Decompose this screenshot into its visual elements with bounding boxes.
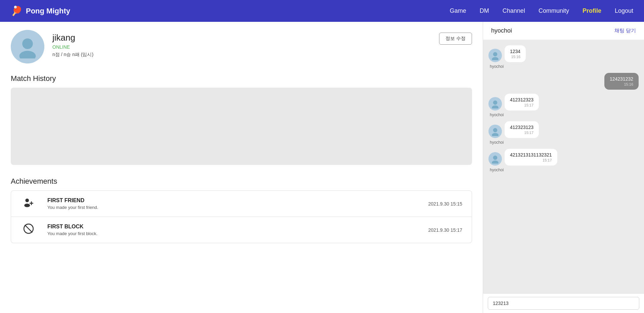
message-sender-1: hyochoi [488, 64, 504, 69]
edit-profile-button[interactable]: 정보 수정 [439, 33, 472, 45]
logo-icon: 🏓 [11, 5, 23, 16]
message-bubble-wrap-1: 1234 15:16 [505, 45, 526, 62]
nav-logout[interactable]: Logout [615, 7, 633, 14]
svg-point-15 [492, 161, 499, 164]
navbar: 🏓 Pong Mighty Game DM Channel Community … [0, 0, 644, 22]
message-group-2: 124231232 15:16 [488, 73, 639, 90]
message-sender-3: hyochoi [488, 113, 504, 117]
svg-line-7 [25, 225, 32, 232]
message-group-3: 412312323 15:17 hyochoi [488, 94, 639, 117]
message-text-1: 1234 [510, 49, 520, 54]
message-text-4: 412323123 [510, 125, 533, 130]
nav-links: Game DM Channel Community Profile Logout [450, 7, 633, 14]
message-avatar-5 [488, 152, 502, 166]
achievements-title: Achievements [11, 177, 472, 186]
achievement-info-block: FIRST BLOCK You made your first block. [47, 224, 418, 236]
achievement-icon-friend [20, 197, 37, 211]
svg-point-12 [493, 128, 498, 132]
message-text-2: 124231232 [610, 76, 633, 82]
svg-point-8 [493, 52, 498, 56]
message-avatar-4 [488, 125, 502, 138]
message-time-4: 15:17 [524, 131, 534, 135]
message-row-3: 412312323 15:17 [488, 94, 539, 110]
logo-text: Pong Mighty [26, 7, 70, 15]
message-bubble-wrap-5: 4213213131132321 15:17 [505, 149, 557, 166]
achievement-date-block: 2021.9.30 15:17 [428, 227, 462, 233]
left-panel: jikang ONLINE n점 / n승 n패 (임시) 정보 수정 Matc… [0, 22, 483, 313]
message-avatar-1 [488, 49, 502, 62]
message-bubble-wrap-2: 124231232 15:16 [604, 73, 639, 90]
svg-point-10 [493, 100, 498, 105]
svg-point-3 [24, 204, 30, 207]
nav-dm[interactable]: DM [480, 7, 489, 14]
svg-point-11 [492, 105, 499, 108]
message-time-3: 15:17 [524, 103, 534, 107]
achievements-section: Achievements FIRST FRIEND You m [11, 177, 472, 243]
message-sender-5: hyochoi [488, 168, 504, 172]
message-group-4: 412323123 15:17 hyochoi [488, 121, 639, 145]
app-logo: 🏓 Pong Mighty [11, 5, 70, 16]
profile-info: jikang ONLINE n점 / n승 n패 (임시) [52, 30, 431, 58]
achievement-name-block: FIRST BLOCK [47, 224, 418, 230]
profile-score: n점 / n승 n패 (임시) [52, 52, 431, 58]
achievement-desc-friend: You made your first friend. [47, 205, 418, 210]
nav-community[interactable]: Community [539, 7, 569, 14]
svg-point-2 [25, 198, 29, 202]
message-bubble-5: 4213213131132321 15:17 [505, 149, 557, 166]
message-time-5: 15:17 [543, 158, 552, 162]
achievement-info-friend: FIRST FRIEND You made your first friend. [47, 197, 418, 210]
chat-input-area [483, 293, 644, 313]
message-bubble-wrap-3: 412312323 15:17 [505, 94, 539, 110]
chat-messages: 1234 15:16 hyochoi 124231232 15:16 [483, 40, 644, 293]
message-bubble-1: 1234 15:16 [505, 45, 526, 62]
achievements-list: FIRST FRIEND You made your first friend.… [11, 190, 472, 243]
message-time-1: 15:16 [511, 55, 521, 59]
chat-panel: hyochoi 채팅 닫기 1234 15:16 [483, 22, 644, 313]
message-bubble-3: 412312323 15:17 [505, 94, 539, 110]
message-bubble-4: 412323123 15:17 [505, 121, 539, 138]
profile-status: ONLINE [52, 44, 431, 50]
chat-header: hyochoi 채팅 닫기 [483, 22, 644, 40]
message-row-2: 124231232 15:16 [604, 73, 639, 90]
message-bubble-2: 124231232 15:16 [604, 73, 639, 90]
achievement-icon-block [20, 223, 37, 237]
svg-point-0 [22, 39, 33, 49]
avatar [11, 30, 44, 63]
message-text-5: 4213213131132321 [510, 152, 552, 158]
svg-point-13 [492, 133, 499, 136]
svg-point-14 [493, 155, 498, 160]
message-bubble-wrap-4: 412323123 15:17 [505, 121, 539, 138]
profile-username: jikang [52, 33, 431, 43]
message-row-1: 1234 15:16 [488, 45, 526, 62]
nav-game[interactable]: Game [450, 7, 466, 14]
chat-input[interactable] [488, 297, 639, 310]
message-row-4: 412323123 15:17 [488, 121, 539, 138]
message-time-2: 15:16 [624, 82, 633, 86]
svg-point-1 [19, 51, 36, 58]
message-text-3: 412312323 [510, 97, 533, 102]
svg-point-9 [492, 57, 499, 60]
match-history-section: Match History [11, 74, 472, 165]
message-group-5: 4213213131132321 15:17 hyochoi [488, 149, 639, 172]
match-history-title: Match History [11, 74, 472, 83]
nav-profile[interactable]: Profile [583, 7, 601, 14]
achievement-card: FIRST FRIEND You made your first friend.… [11, 190, 472, 217]
message-sender-4: hyochoi [488, 140, 504, 145]
page-content: jikang ONLINE n점 / n승 n패 (임시) 정보 수정 Matc… [0, 22, 644, 313]
achievement-name-friend: FIRST FRIEND [47, 197, 418, 204]
match-history-box [11, 88, 472, 165]
achievement-date-friend: 2021.9.30 15:15 [428, 201, 462, 207]
achievement-desc-block: You made your first block. [47, 231, 418, 236]
chat-title: hyochoi [491, 27, 512, 34]
message-group-1: 1234 15:16 hyochoi [488, 45, 639, 69]
message-avatar-3 [488, 97, 502, 110]
nav-channel[interactable]: Channel [503, 7, 525, 14]
profile-header: jikang ONLINE n점 / n승 n패 (임시) 정보 수정 [11, 30, 472, 63]
achievement-card-block: FIRST BLOCK You made your first block. 2… [11, 217, 472, 243]
message-row-5: 4213213131132321 15:17 [488, 149, 557, 166]
chat-close-button[interactable]: 채팅 닫기 [614, 28, 636, 34]
